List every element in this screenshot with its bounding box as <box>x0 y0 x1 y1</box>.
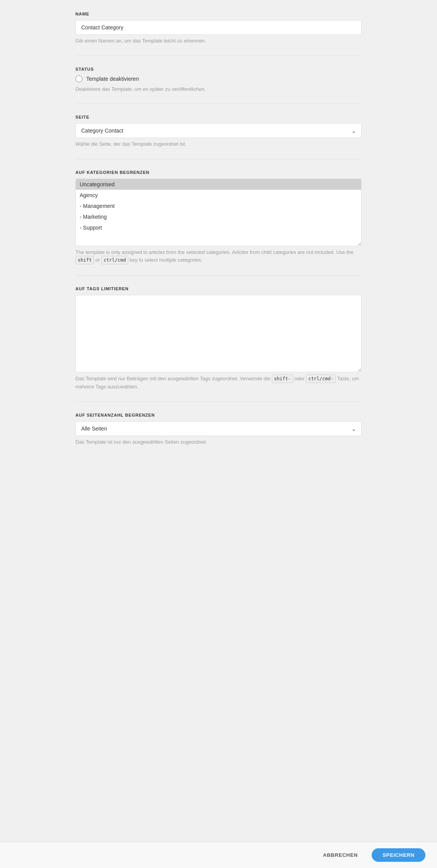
form-container: NAME Gib einen Namen an, um das Template… <box>68 0 369 495</box>
tags-shift-code: shift- <box>272 374 293 383</box>
status-radio-label: Template deaktivieren <box>86 76 139 82</box>
categories-section: AUF KATEGORIEN BEGRENZEN Uncategorised A… <box>75 170 362 265</box>
name-section: NAME Gib einen Namen an, um das Template… <box>75 12 362 45</box>
seite-label: SEITE <box>75 115 362 119</box>
categories-option-support[interactable]: - Support <box>76 222 361 233</box>
divider-1 <box>75 56 362 56</box>
categories-option-marketing[interactable]: - Marketing <box>76 211 361 222</box>
categories-hint-text-1: The template is only assigned to article… <box>75 249 353 255</box>
seite-hint: Wähle die Seite, der das Template zugeor… <box>75 140 362 148</box>
divider-4 <box>75 275 362 276</box>
status-radio[interactable] <box>75 75 82 82</box>
seite-select[interactable]: Category Contact <box>75 123 362 138</box>
seite-section: SEITE Category Contact ⌄ Wähle die Seite… <box>75 115 362 148</box>
page-limit-select[interactable]: Alle Seiten <box>75 421 362 436</box>
seite-select-wrapper: Category Contact ⌄ <box>75 123 362 138</box>
status-hint: Deaktiviere das Template, um es später z… <box>75 85 362 93</box>
tags-hint: Das Template wird nur Beiträgen mit den … <box>75 374 362 391</box>
tags-hint-text-2: oder <box>293 376 306 381</box>
categories-option-uncategorised[interactable]: Uncategorised <box>76 179 361 190</box>
categories-hint-text-2: or <box>94 257 101 263</box>
categories-option-management[interactable]: - Management <box>76 201 361 211</box>
page-limit-select-wrapper: Alle Seiten ⌄ <box>75 421 362 436</box>
divider-3 <box>75 159 362 159</box>
name-hint: Gib einen Namen an, um das Template leic… <box>75 37 362 45</box>
categories-multiselect[interactable]: Uncategorised Agency - Management - Mark… <box>75 179 362 246</box>
page-limit-hint: Das Template ist nur den ausgewählten Se… <box>75 438 362 446</box>
categories-label: AUF KATEGORIEN BEGRENZEN <box>75 170 362 175</box>
tags-label: AUF TAGS LIMITIEREN <box>75 286 362 291</box>
status-section: STATUS Template deaktivieren Deaktiviere… <box>75 67 362 93</box>
categories-option-agency[interactable]: Agency <box>76 190 361 201</box>
categories-hint: The template is only assigned to article… <box>75 248 362 265</box>
tags-ctrl-code: ctrl/cmd- <box>306 374 336 383</box>
divider-2 <box>75 104 362 104</box>
categories-hint-text-3: key to select multiple categories. <box>128 257 202 263</box>
status-label: STATUS <box>75 67 362 71</box>
page-limit-label: AUF SEITENANZAHL BEGRENZEN <box>75 413 362 417</box>
tags-multiselect[interactable] <box>75 295 362 372</box>
name-label: NAME <box>75 12 362 16</box>
name-input[interactable] <box>75 20 362 35</box>
shift-code: shift <box>75 256 94 264</box>
ctrl-code: ctrl/cmd <box>101 256 128 264</box>
page-limit-section: AUF SEITENANZAHL BEGRENZEN Alle Seiten ⌄… <box>75 413 362 446</box>
tags-hint-text-1: Das Template wird nur Beiträgen mit den … <box>75 376 272 381</box>
divider-5 <box>75 402 362 402</box>
tags-section: AUF TAGS LIMITIEREN Das Template wird nu… <box>75 286 362 391</box>
status-radio-wrapper: Template deaktivieren <box>75 75 362 82</box>
